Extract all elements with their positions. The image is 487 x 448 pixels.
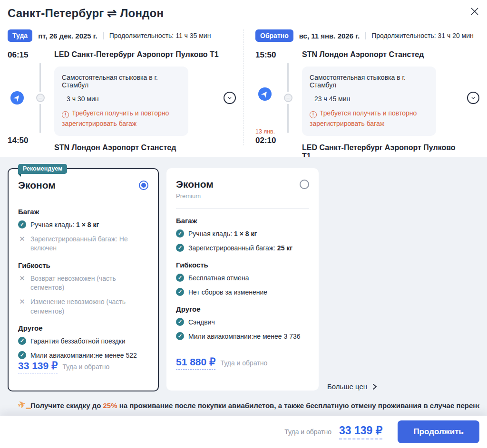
inbound-duration: Продолжительность: 31 ч 20 мин (371, 32, 474, 39)
fare-feature-item: ✓ Ручная кладь: 1 × 8 кг (176, 229, 309, 239)
fare-card-econom-premium[interactable]: Эконом Premium Багаж ✓ Ручная кладь: 1 ×… (166, 168, 319, 391)
fare-price-note: Туда и обратно (62, 363, 109, 371)
close-button[interactable] (468, 5, 481, 18)
connection-info-box: Самостоятельная стыковка в г. Стамбул 3 … (54, 67, 188, 136)
fare-selection-area: Рекомендуем Эконом Багаж ✓ Ручная кладь:… (0, 157, 487, 448)
chevron-down-icon (226, 95, 233, 101)
fare-cards-row: Рекомендуем Эконом Багаж ✓ Ручная кладь:… (8, 168, 479, 391)
check-icon: ✓ (176, 318, 184, 326)
fare-feature-item: ✓ Сэндвич (176, 318, 309, 327)
fare-feature-item: ✓ Зарегистрированный багаж: 25 кг (176, 244, 309, 253)
connection-duration: 3 ч 30 мин (67, 95, 181, 103)
connection-title: Самостоятельная стыковка в г. Стамбул (62, 74, 181, 89)
fare-feature-item: ✓ Ручная кладь: 1 × 8 кг (18, 220, 148, 230)
inbound-expand-column (463, 50, 479, 145)
check-icon: ✓ (18, 337, 26, 345)
departure-time: 15:50 (255, 50, 278, 60)
arrival-airport: STN Лондон Аэропорт Станстед (54, 143, 220, 152)
summary-footer: Туда и обратно 33 139 ₽ Продолжить (0, 416, 487, 448)
banner-text: Получите скидку до 25% на проживание пос… (30, 401, 479, 410)
total-price[interactable]: 33 139 ₽ (339, 424, 382, 439)
inbound-flight: 15:50 13 янв. 02:10 – STN Лондон Аэропор… (255, 50, 479, 145)
chevron-right-icon (372, 384, 378, 390)
check-icon: ✓ (176, 288, 184, 296)
footer-trip-type: Туда и обратно (284, 428, 331, 436)
check-icon: ✓ (176, 274, 184, 282)
arrival-time-block: 13 янв. 02:10 (255, 128, 278, 145)
inbound-time-column: 15:50 13 янв. 02:10 (255, 50, 278, 145)
inbound-leg-header: Обратно вс, 11 янв. 2026 г. Продолжитель… (255, 29, 479, 42)
arrival-time: 14:50 (8, 136, 30, 145)
fare-price[interactable]: 33 139 ₽ (18, 360, 58, 373)
baggage-warning: !Требуется получить и повторно зарегистр… (62, 108, 181, 129)
fare-card-econom[interactable]: Рекомендуем Эконом Багаж ✓ Ручная кладь:… (8, 168, 159, 391)
legs-container: Туда пт, 26 дек. 2025 г. Продолжительнос… (0, 29, 487, 145)
outbound-time-column: 06:15 14:50 (8, 50, 30, 145)
warning-icon: ! (62, 111, 69, 118)
fare-card-header: Эконом (18, 180, 148, 191)
fare-name: Эконом (18, 180, 56, 191)
recommended-badge: Рекомендуем (18, 164, 67, 174)
more-prices-link[interactable]: Больше цен (327, 382, 378, 391)
arrival-time: 02:10 (255, 136, 278, 145)
flight-details-modal: Санкт-Петербург ⇌ Лондон Туда пт, 26 дек… (0, 0, 487, 448)
layover-icon: – (36, 94, 45, 102)
outbound-flight: 06:15 14:50 – LED Санкт-Петербург Аэропо… (8, 50, 236, 145)
fare-radio-selected[interactable] (139, 181, 148, 190)
fare-price[interactable]: 51 880 ₽ (176, 356, 215, 370)
fare-price-note: Туда и обратно (220, 359, 267, 367)
section-title-baggage: Багаж (18, 208, 148, 216)
cross-icon: ✕ (18, 274, 26, 293)
arrival-next-day-date: 13 янв. (255, 128, 278, 135)
check-icon: ✓ (176, 332, 184, 340)
fare-feature-item: ✕ Возврат невозможен (часть сегментов) (18, 274, 148, 293)
fare-feature-item: ✓ Бесплатная отмена (176, 274, 309, 283)
fare-radio-unselected[interactable] (300, 180, 309, 189)
inbound-leg: Обратно вс, 11 янв. 2026 г. Продолжитель… (244, 29, 487, 145)
airline-logo-icon (10, 91, 24, 105)
connection-info-box: Самостоятельная стыковка в г. Стамбул 23… (302, 67, 436, 136)
outbound-leg: Туда пт, 26 дек. 2025 г. Продолжительнос… (0, 29, 244, 145)
fare-name: Эконом (176, 179, 214, 190)
check-icon: ✓ (176, 244, 184, 252)
fare-feature-item: ✓ Мили авиакомпании:не менее 522 (18, 351, 148, 361)
page-title: Санкт-Петербург ⇌ Лондон (0, 0, 487, 20)
separator (103, 32, 104, 39)
chevron-down-icon (470, 95, 477, 101)
direction-badge-outbound: Туда (8, 29, 32, 42)
fare-feature-item: ✓ Нет сборов за изменение (176, 288, 309, 297)
baggage-warning: !Требуется получить и повторно зарегистр… (310, 108, 429, 129)
outbound-expand-column (220, 50, 236, 145)
fare-subtitle: Premium (176, 192, 214, 200)
inbound-date: вс, 11 янв. 2026 г. (299, 32, 360, 40)
section-title-other: Другое (18, 324, 148, 332)
section-title-other: Другое (176, 305, 309, 313)
fare-feature-item: ✓ Мили авиакомпании:не менее 3 736 (176, 332, 309, 342)
fare-feature-item: ✓ Гарантия беззаботной поездки (18, 337, 148, 346)
connection-title: Самостоятельная стыковка в г. Стамбул (310, 74, 429, 89)
departure-airport: STN Лондон Аэропорт Станстед (302, 50, 463, 59)
hotel-discount-banner: ✈ Получите скидку до 25% на проживание п… (8, 400, 479, 410)
cross-icon: ✕ (18, 297, 26, 316)
check-icon: ✓ (18, 351, 26, 359)
close-icon (470, 7, 479, 16)
continue-button[interactable]: Продолжить (398, 420, 479, 443)
expand-details-button[interactable] (224, 92, 236, 104)
divider (176, 208, 309, 209)
section-title-baggage: Багаж (176, 217, 309, 225)
outbound-flight-content: LED Санкт-Петербург Аэропорт Пулково T1 … (50, 50, 220, 145)
section-title-flexibility: Гибкость (18, 261, 148, 269)
warning-icon: ! (310, 111, 317, 118)
fare-feature-item: ✕ Изменение невозможно (часть сегментов) (18, 297, 148, 316)
section-title-flexibility: Гибкость (176, 261, 309, 269)
cross-icon: ✕ (18, 235, 26, 253)
inbound-flight-content: STN Лондон Аэропорт Станстед Самостоятел… (298, 50, 463, 145)
expand-details-button[interactable] (467, 92, 479, 104)
departure-time: 06:15 (8, 50, 30, 60)
flight-timeline: – (30, 50, 50, 145)
separator (365, 32, 366, 39)
layover-icon: – (284, 94, 292, 102)
departure-airport: LED Санкт-Петербург Аэропорт Пулково T1 (54, 50, 220, 59)
outbound-date: пт, 26 дек. 2025 г. (38, 32, 97, 40)
outbound-duration: Продолжительность: 11 ч 35 мин (109, 32, 211, 39)
